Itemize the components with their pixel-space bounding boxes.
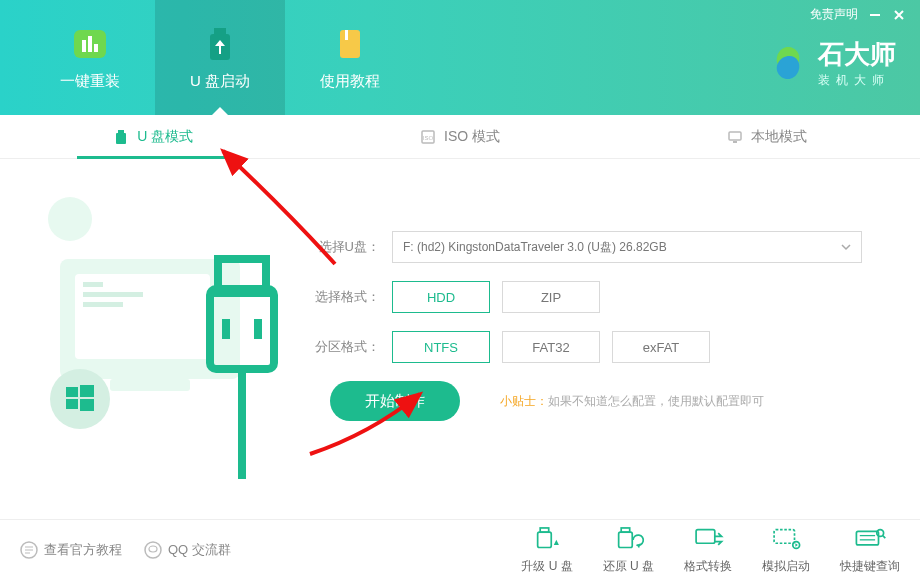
tab-local-mode[interactable]: 本地模式	[613, 115, 920, 158]
svg-rect-24	[80, 385, 94, 397]
svg-rect-13	[729, 132, 741, 140]
footer-link-qq[interactable]: QQ 交流群	[144, 541, 231, 559]
svg-rect-14	[733, 141, 737, 143]
header-tab-tutorial[interactable]: 使用教程	[285, 0, 415, 115]
svg-rect-6	[340, 30, 360, 58]
svg-rect-8	[870, 14, 880, 16]
header-tab-reinstall[interactable]: 一键重装	[25, 0, 155, 115]
header-tabs: 一键重装 U 盘启动 使用教程	[0, 0, 415, 115]
svg-point-34	[149, 546, 157, 552]
footer-util-convert[interactable]: 格式转换	[684, 524, 732, 575]
svg-rect-9	[118, 130, 124, 133]
brand-logo: 石大师 装机大师	[768, 37, 896, 89]
partition-option-fat32[interactable]: FAT32	[502, 331, 600, 363]
active-marker-icon	[212, 107, 228, 115]
config-form: 选择U盘： F: (hd2) KingstonDataTraveler 3.0 …	[310, 231, 862, 421]
disclaimer-link[interactable]: 免责声明	[810, 6, 858, 23]
partition-option-ntfs[interactable]: NTFS	[392, 331, 490, 363]
monitor-play-icon	[769, 524, 803, 554]
keyboard-search-icon	[853, 524, 887, 554]
format-option-zip[interactable]: ZIP	[502, 281, 600, 313]
svg-rect-39	[696, 530, 715, 544]
convert-icon	[691, 524, 725, 554]
chat-icon	[144, 541, 162, 559]
usb-up-icon	[530, 524, 564, 554]
select-format-label: 选择格式：	[310, 288, 380, 306]
footer-util-hotkey[interactable]: 快捷键查询	[840, 524, 900, 575]
svg-rect-4	[214, 28, 226, 34]
tip-text: 小贴士：如果不知道怎么配置，使用默认配置即可	[500, 393, 764, 410]
svg-rect-36	[538, 532, 552, 547]
svg-rect-20	[83, 302, 123, 307]
monitor-icon	[727, 129, 743, 145]
svg-rect-7	[345, 30, 348, 40]
svg-rect-21	[110, 379, 190, 391]
main-panel: 选择U盘： F: (hd2) KingstonDataTraveler 3.0 …	[0, 159, 920, 519]
start-button[interactable]: 开始制作	[330, 381, 460, 421]
brand-logo-icon	[768, 43, 808, 83]
brand-subtitle: 装机大师	[818, 72, 896, 89]
minimize-icon[interactable]	[868, 8, 882, 22]
svg-rect-19	[83, 292, 143, 297]
svg-rect-40	[774, 530, 794, 544]
svg-rect-3	[94, 44, 98, 52]
book-open-icon	[20, 541, 38, 559]
close-icon[interactable]	[892, 8, 906, 22]
header-tab-label: 一键重装	[60, 72, 120, 91]
tab-iso-mode[interactable]: ISO ISO 模式	[307, 115, 614, 158]
usb-illustration	[20, 189, 300, 489]
app-header: 一键重装 U 盘启动 使用教程 免责声明 石	[0, 0, 920, 115]
format-option-hdd[interactable]: HDD	[392, 281, 490, 313]
footer-util-upgrade[interactable]: 升级 U 盘	[521, 524, 572, 575]
svg-rect-25	[66, 399, 78, 409]
mode-tabs: U 盘模式 ISO ISO 模式 本地模式	[0, 115, 920, 159]
svg-rect-10	[116, 133, 126, 144]
chevron-down-icon	[841, 242, 851, 252]
book-icon	[330, 24, 370, 64]
svg-rect-1	[82, 40, 86, 52]
tab-usb-mode[interactable]: U 盘模式	[0, 115, 307, 158]
svg-point-33	[145, 542, 161, 558]
iso-icon: ISO	[420, 129, 436, 145]
svg-point-15	[48, 197, 92, 241]
usb-restore-icon	[611, 524, 645, 554]
header-tab-label: U 盘启动	[190, 72, 250, 91]
header-right: 免责声明 石大师 装机大师	[768, 0, 920, 115]
header-tab-usb-boot[interactable]: U 盘启动	[155, 0, 285, 115]
svg-rect-2	[88, 36, 92, 52]
usb-shield-icon	[200, 24, 240, 64]
svg-rect-23	[66, 387, 78, 397]
footer-util-restore[interactable]: 还原 U 盘	[603, 524, 654, 575]
usb-icon	[113, 129, 129, 145]
tip-label: 小贴士：	[500, 394, 548, 408]
stats-icon	[70, 24, 110, 64]
footer: 查看官方教程 QQ 交流群 升级 U 盘 还原 U 盘 格式转换 模拟启动 快捷…	[0, 519, 920, 579]
partition-label: 分区格式：	[310, 338, 380, 356]
select-u-value: F: (hd2) KingstonDataTraveler 3.0 (U盘) 2…	[403, 239, 667, 256]
header-tab-label: 使用教程	[320, 72, 380, 91]
svg-line-46	[883, 536, 886, 539]
select-u-dropdown[interactable]: F: (hd2) KingstonDataTraveler 3.0 (U盘) 2…	[392, 231, 862, 263]
svg-rect-18	[83, 282, 103, 287]
tab-label: 本地模式	[751, 128, 807, 146]
svg-rect-42	[856, 531, 878, 545]
select-u-label: 选择U盘：	[310, 238, 380, 256]
svg-rect-26	[80, 399, 94, 411]
svg-text:ISO: ISO	[423, 135, 434, 141]
brand-title: 石大师	[818, 37, 896, 72]
footer-link-tutorial[interactable]: 查看官方教程	[20, 541, 122, 559]
tab-label: ISO 模式	[444, 128, 500, 146]
tab-label: U 盘模式	[137, 128, 193, 146]
partition-option-exfat[interactable]: exFAT	[612, 331, 710, 363]
svg-rect-38	[619, 532, 633, 547]
footer-util-simulate[interactable]: 模拟启动	[762, 524, 810, 575]
